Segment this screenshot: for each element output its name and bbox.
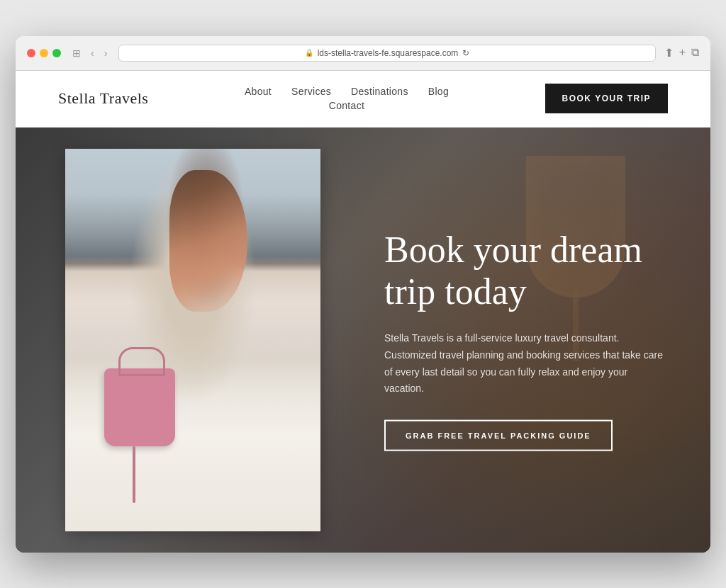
site-nav: About Services Destinations Blog Contact — [245, 86, 449, 111]
hero-headline: Book your dream trip today — [384, 228, 668, 313]
hero-section: Book your dream trip today Stella Travel… — [16, 128, 710, 553]
nav-contact[interactable]: Contact — [329, 100, 364, 111]
share-icon[interactable]: ⬆ — [664, 46, 674, 60]
lock-icon: 🔒 — [305, 49, 313, 57]
site-logo: Stella Travels — [58, 89, 148, 108]
back-icon[interactable]: ‹ — [88, 46, 97, 60]
url-text: lds-stella-travels-fe.squarespace.com — [318, 48, 459, 58]
hair-decoration — [169, 170, 247, 312]
nav-blog[interactable]: Blog — [428, 86, 449, 97]
close-button[interactable] — [27, 49, 35, 57]
traffic-lights — [27, 49, 61, 57]
hero-description: Stella Travels is a full-service luxury … — [384, 330, 668, 397]
reload-icon[interactable]: ↻ — [462, 48, 469, 58]
book-trip-button[interactable]: BOOK YOUR TRIP — [545, 84, 668, 113]
website: Stella Travels About Services Destinatio… — [16, 71, 710, 553]
browser-controls: ⊞ ‹ › — [69, 46, 110, 60]
hero-photo — [65, 149, 320, 531]
bag-tassel — [133, 446, 135, 503]
maximize-button[interactable] — [52, 49, 61, 57]
tab-overview-icon[interactable]: ⧉ — [691, 46, 699, 60]
nav-row-bottom: Contact — [329, 100, 364, 111]
browser-actions: ⬆ + ⧉ — [664, 46, 699, 60]
hero-content: Book your dream trip today Stella Travel… — [384, 228, 668, 451]
pink-bag — [104, 368, 175, 446]
forward-icon[interactable]: › — [101, 46, 111, 60]
browser-window: ⊞ ‹ › 🔒 lds-stella-travels-fe.squarespac… — [16, 36, 710, 553]
cta-packing-guide-button[interactable]: GRAB FREE TRAVEL PACKING GUIDE — [384, 420, 613, 451]
nav-row-top: About Services Destinations Blog — [245, 86, 449, 97]
nav-destinations[interactable]: Destinations — [351, 86, 408, 97]
minimize-button[interactable] — [40, 49, 48, 57]
nav-about[interactable]: About — [245, 86, 272, 97]
sidebar-toggle-icon[interactable]: ⊞ — [69, 46, 84, 60]
new-tab-icon[interactable]: + — [679, 46, 686, 60]
address-bar[interactable]: 🔒 lds-stella-travels-fe.squarespace.com … — [118, 45, 655, 62]
nav-services[interactable]: Services — [291, 86, 331, 97]
browser-chrome: ⊞ ‹ › 🔒 lds-stella-travels-fe.squarespac… — [16, 36, 710, 71]
site-header: Stella Travels About Services Destinatio… — [16, 71, 710, 128]
